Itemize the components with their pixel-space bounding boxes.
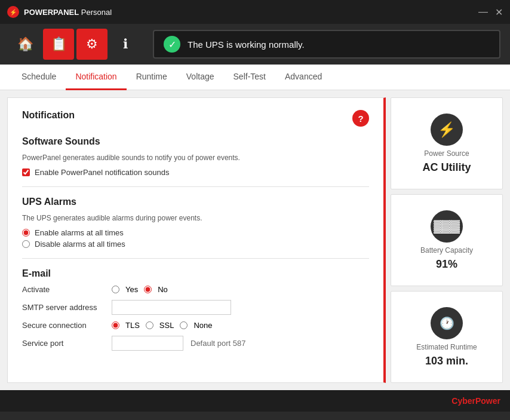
secure-tls-radio[interactable] — [112, 321, 119, 329]
activate-options: Yes No — [112, 285, 369, 294]
smtp-input[interactable] — [112, 300, 231, 315]
status-text: The UPS is working normally. — [188, 39, 305, 50]
enable-sounds-checkbox[interactable] — [22, 168, 30, 176]
estimated-runtime-card: 🕐 Estimated Runtime 103 min. — [391, 291, 503, 383]
email-title: E-mail — [22, 268, 369, 279]
app-title: POWERPANEL Personal — [24, 8, 112, 17]
app-logo-icon: ⚡ — [7, 6, 19, 18]
stats-panel: ⚡ Power Source AC Utility ▓▓▓ Battery Ca… — [391, 97, 503, 383]
battery-capacity-card: ▓▓▓ Battery Capacity 91% — [391, 194, 503, 286]
tab-voltage[interactable]: Voltage — [177, 65, 224, 90]
home-nav-button[interactable]: 🏠 — [10, 29, 41, 60]
window-controls: — ✕ — [478, 7, 503, 18]
power-source-card: ⚡ Power Source AC Utility — [391, 97, 503, 189]
footer-brand: CyberPower — [451, 396, 500, 406]
status-ok-icon: ✓ — [164, 36, 180, 53]
footer-brand-text: CyberPower — [451, 396, 500, 406]
estimated-runtime-label: Estimated Runtime — [416, 343, 477, 351]
secure-ssl-label: SSL — [159, 321, 174, 330]
app-title-bold: POWERPANEL — [24, 8, 79, 17]
notification-panel: Notification ? Software Sounds PowerPane… — [7, 97, 386, 383]
enable-sounds-label: Enable PowerPanel notification sounds — [35, 168, 169, 177]
ups-alarms-title: UPS Alarms — [22, 197, 369, 207]
tab-selftest[interactable]: Self-Test — [224, 65, 275, 90]
battery-capacity-value: 91% — [436, 258, 457, 271]
battery-capacity-icon: ▓▓▓ — [431, 210, 463, 243]
power-source-label: Power Source — [424, 149, 469, 158]
info-nav-button[interactable]: ℹ — [110, 29, 141, 60]
divider-2 — [22, 258, 369, 259]
battery-capacity-label: Battery Capacity — [420, 246, 473, 255]
port-label: Service port — [22, 339, 106, 348]
activate-yes-radio[interactable] — [112, 286, 119, 293]
close-button[interactable]: ✕ — [495, 7, 503, 18]
tab-notification[interactable]: Notification — [66, 65, 126, 90]
software-sounds-title: Software Sounds — [22, 136, 369, 147]
titlebar: ⚡ POWERPANEL Personal — ✕ — [0, 0, 510, 24]
enable-alarms-radio[interactable] — [22, 229, 30, 237]
estimated-runtime-value: 103 min. — [425, 355, 468, 367]
app-title-normal: Personal — [79, 8, 112, 17]
disable-alarms-label: Disable alarms at all times — [35, 240, 125, 249]
topnav: 🏠 📋 ⚙ ℹ ✓ The UPS is working normally. — [0, 24, 510, 65]
tabs-bar: Schedule Notification Runtime Voltage Se… — [0, 65, 510, 90]
activate-no-label: No — [158, 285, 168, 294]
panel-title: Notification — [22, 110, 75, 121]
port-row: 587 Default port 587 — [112, 336, 369, 351]
disable-alarms-row: Disable alarms at all times — [22, 240, 369, 249]
secure-options: TLS SSL None — [112, 321, 369, 330]
titlebar-left: ⚡ POWERPANEL Personal — [7, 6, 112, 18]
footer: CyberPower — [0, 390, 510, 412]
minimize-button[interactable]: — — [478, 7, 488, 18]
activate-label: Activate — [22, 285, 106, 294]
divider-1 — [22, 186, 369, 187]
help-button[interactable]: ? — [352, 110, 369, 127]
tab-advanced[interactable]: Advanced — [275, 65, 331, 90]
secure-tls-label: TLS — [125, 321, 140, 330]
software-sounds-desc: PowerPanel generates audible sounds to n… — [22, 153, 369, 163]
main-content: Notification ? Software Sounds PowerPane… — [0, 90, 510, 390]
activate-yes-label: Yes — [125, 285, 138, 294]
status-bar: ✓ The UPS is working normally. — [153, 30, 500, 59]
enable-alarms-label: Enable alarms at all times — [35, 228, 124, 237]
port-input[interactable]: 587 — [112, 336, 183, 351]
events-nav-button[interactable]: 📋 — [43, 29, 74, 60]
secure-ssl-radio[interactable] — [146, 321, 153, 329]
estimated-runtime-icon: 🕐 — [431, 307, 463, 339]
activate-no-radio[interactable] — [144, 286, 152, 293]
smtp-label: SMTP server address — [22, 303, 106, 312]
enable-alarms-row: Enable alarms at all times — [22, 228, 369, 237]
tab-schedule[interactable]: Schedule — [12, 65, 66, 90]
ups-alarms-desc: The UPS generates audible alarms during … — [22, 213, 369, 223]
enable-sounds-row: Enable PowerPanel notification sounds — [22, 168, 369, 177]
secure-label: Secure connection — [22, 321, 106, 330]
settings-nav-button[interactable]: ⚙ — [76, 29, 107, 60]
tab-runtime[interactable]: Runtime — [127, 65, 177, 90]
power-source-value: AC Utility — [423, 161, 471, 174]
power-source-icon: ⚡ — [431, 114, 463, 146]
port-default-label: Default port 587 — [191, 339, 246, 348]
secure-none-label: None — [193, 321, 212, 330]
secure-none-radio[interactable] — [180, 321, 188, 329]
disable-alarms-radio[interactable] — [22, 240, 30, 248]
